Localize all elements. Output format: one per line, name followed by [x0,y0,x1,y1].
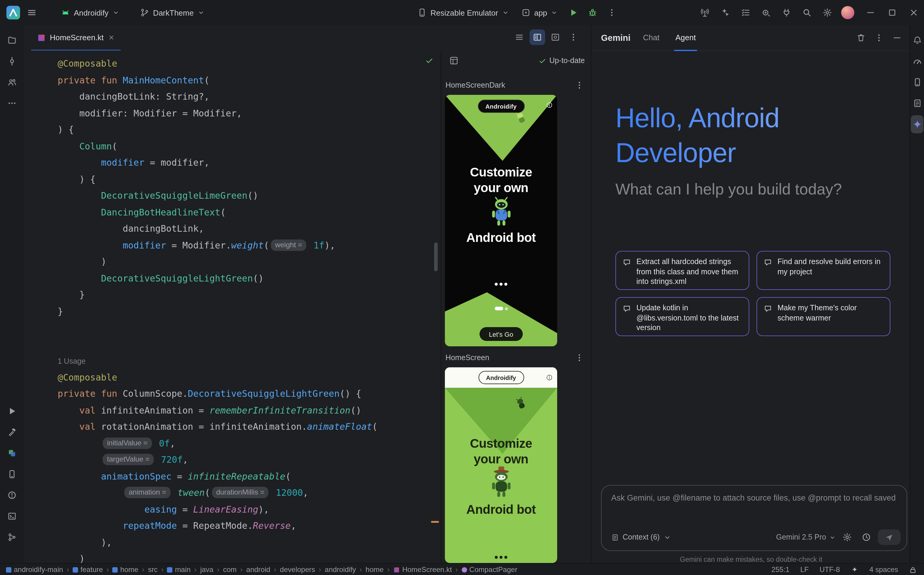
send-button[interactable] [878,529,900,545]
code-line[interactable]: } [58,303,441,320]
code-line[interactable] [58,337,441,353]
code-line[interactable]: ), [58,534,441,551]
breadcrumb-item[interactable]: android [246,565,270,574]
file-encoding[interactable]: UTF-8 [819,565,840,574]
indent-setting[interactable]: 4 spaces [869,565,898,574]
code-line[interactable]: animationSpec = infiniteRepeatable( [58,469,441,485]
design-view-icon[interactable] [547,29,563,45]
run-icon[interactable] [3,402,21,420]
run-button[interactable] [566,5,582,21]
minimize-button[interactable] [864,6,877,19]
problems-icon[interactable] [3,486,21,504]
settings-icon[interactable] [819,5,835,21]
code-line[interactable]: modifier = Modifier.weight(weight = 1f), [58,237,441,254]
profiler-icon[interactable] [779,5,794,21]
code-line[interactable]: dancingBotLink, [58,221,441,237]
terminal-icon[interactable] [3,507,21,525]
more-tool-windows-icon[interactable] [3,94,21,112]
preview-phone-light[interactable]: Androidify Customize your own [445,367,557,563]
project-selector[interactable]: Androidify [56,4,124,21]
code-line[interactable]: ) [58,254,441,270]
preview-menu-icon[interactable] [572,78,587,93]
hide-panel-icon[interactable] [889,30,905,46]
code-line[interactable]: DecorativeSquiggleLimeGreen() [58,188,441,204]
code-line[interactable]: @Composable [58,369,441,386]
preview-name-dark[interactable]: HomeScreenDark [445,81,505,89]
code-line[interactable]: targetValue = 720f, [58,452,441,469]
gemini-more-options-icon[interactable] [871,30,887,46]
device-manager-icon[interactable] [911,73,923,91]
project-icon[interactable] [3,31,21,49]
code-line[interactable]: } [58,287,441,303]
resource-manager-icon[interactable] [3,444,21,462]
code-line[interactable]: modifier: Modifier = Modifier, [58,105,441,122]
debug-button[interactable] [585,5,601,21]
commit-icon[interactable] [3,52,21,70]
breadcrumb-item[interactable]: java [200,565,213,574]
gemini-assist-icon[interactable] [717,5,733,21]
code-line[interactable]: DancingBotHeadlineText( [58,204,441,221]
code-line[interactable]: easing = LinearEasing), [58,502,441,518]
inspections-ok-icon[interactable] [425,56,434,65]
breadcrumb-item[interactable]: feature [73,565,103,574]
breadcrumb-item[interactable]: androidify [325,565,356,574]
gemini-suggestion-card[interactable]: Make my Theme's color scheme warmer [757,297,891,336]
breadcrumb-item[interactable]: CompactPager [461,565,517,574]
code-line[interactable]: DecorativeSquiggleLightGreen() [58,270,441,287]
code-line[interactable] [58,320,441,337]
gemini-suggestion-card[interactable]: Extract all hardcoded strings from this … [615,251,749,290]
breadcrumb-item[interactable]: HomeScreen.kt [393,565,452,574]
code-editor[interactable]: @Composableprivate fun MainHomeContent( … [24,51,441,563]
code-line[interactable]: ) [58,551,441,563]
editor-tab-homescreen[interactable]: HomeScreen.kt [31,25,120,51]
clear-chat-icon[interactable] [853,30,869,46]
gemini-suggestion-card[interactable]: Find and resolve build errors in my proj… [757,251,891,290]
line-ending[interactable]: LF [800,565,809,574]
code-view-icon[interactable] [512,29,527,45]
code-line[interactable]: modifier = modifier, [58,155,441,172]
editor-more-options-icon[interactable] [566,29,581,45]
search-everywhere-icon[interactable] [799,5,815,21]
code-line[interactable]: Column( [58,138,441,155]
preview-menu-icon[interactable] [572,350,587,365]
caret-position[interactable]: 255:1 [771,565,789,574]
breadcrumb-item[interactable]: src [148,565,157,574]
breadcrumb-item[interactable]: main [167,565,191,574]
app-insights-icon[interactable] [911,94,923,112]
split-view-icon[interactable] [530,29,545,45]
gemini-input-box[interactable]: Ask Gemini, use @filename to attach sour… [601,485,907,551]
more-run-options-icon[interactable] [604,5,620,21]
pull-requests-icon[interactable] [3,73,21,91]
model-selector[interactable]: Gemini 2.5 Pro [776,533,836,542]
close-tab-icon[interactable] [108,34,115,41]
tab-chat[interactable]: Chat [642,25,661,50]
gemini-icon[interactable] [911,115,923,133]
context-selector[interactable]: Context (6) [608,529,675,545]
editor-scrollbar[interactable] [434,243,438,271]
vcs-branch-selector[interactable]: DarkTheme [136,4,209,21]
todo-list-icon[interactable] [738,5,754,21]
lock-icon[interactable] [909,566,917,573]
history-icon[interactable] [859,529,874,545]
code-line[interactable]: @Composable [58,56,441,72]
main-menu-icon[interactable] [24,5,40,21]
ai-spark-icon[interactable] [851,566,859,573]
inspections-icon[interactable] [758,5,774,21]
code-line[interactable]: 1 Usage [58,353,441,369]
running-devices-icon[interactable] [3,465,21,483]
device-selector[interactable]: Resizable Emulator [413,4,513,21]
tab-agent[interactable]: Agent [674,25,697,51]
code-line[interactable]: private fun ColumnScope.DecorativeSquigg… [58,386,441,402]
code-line[interactable]: ) { [58,122,441,138]
breadcrumb-item[interactable]: home [366,565,384,574]
code-line[interactable]: animation = tween(durationMillis = 12000… [58,485,441,502]
build-icon[interactable] [3,423,21,441]
gemini-suggestion-card[interactable]: Update kotlin in @libs.version.toml to t… [615,297,749,336]
breadcrumb-item[interactable]: developers [280,565,315,574]
gemini-settings-icon[interactable] [839,529,855,545]
code-line[interactable]: repeatMode = RepeatMode.Reverse, [58,518,441,534]
preview-phone-dark[interactable]: Androidify Customize your own And [445,95,557,346]
user-avatar[interactable] [841,6,854,19]
code-line[interactable]: initialValue = 0f, [58,435,441,452]
breadcrumb-item[interactable]: com [223,565,237,574]
